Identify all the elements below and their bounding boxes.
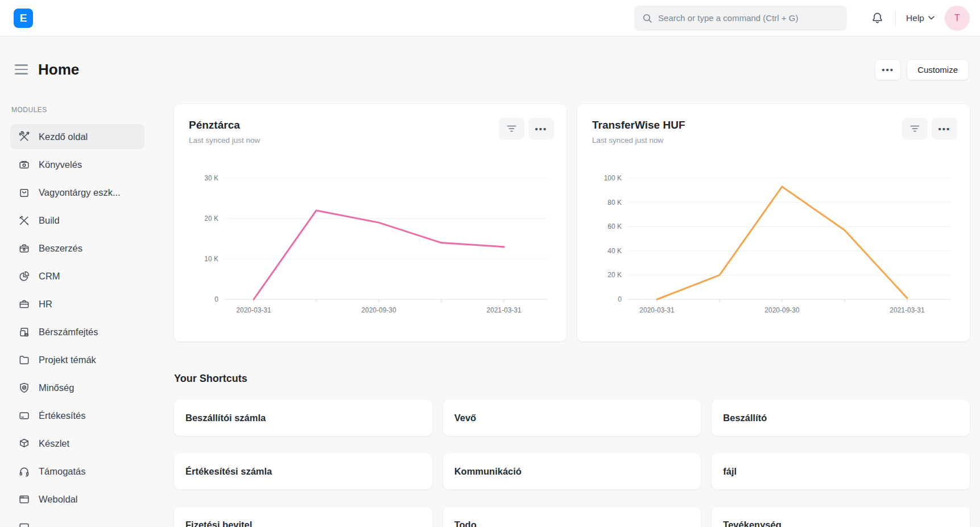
shortcut-label: Beszállítói számla xyxy=(185,413,266,423)
sidebar-item-label: Könyvelés xyxy=(39,159,82,170)
navbar-divider xyxy=(895,10,896,26)
shortcut-label: Tevékenység xyxy=(723,520,781,527)
sidebar-item-label: Weboldal xyxy=(39,494,78,505)
help-menu[interactable]: Help xyxy=(906,13,934,23)
svg-text:60 K: 60 K xyxy=(607,223,622,230)
pie-chart-icon xyxy=(18,270,30,282)
sidebar-item-ertekesites[interactable]: Értékesítés xyxy=(10,403,144,428)
hammer-icon xyxy=(18,215,30,227)
chart-more-button[interactable]: ••• xyxy=(528,118,554,139)
credit-card-icon xyxy=(18,410,30,422)
sidebar-item-projekt-temak[interactable]: Projekt témák xyxy=(10,347,144,372)
clipped-icon xyxy=(18,521,30,527)
page-more-button[interactable]: ••• xyxy=(875,59,901,80)
sidebar-item-crm[interactable]: CRM xyxy=(10,264,144,289)
shortcut-ertekesitesi-szamla[interactable]: Értékesítési számla xyxy=(174,453,432,489)
tools-icon xyxy=(18,131,30,143)
sidebar-toggle-icon[interactable] xyxy=(14,62,29,77)
sidebar-item-label: Készlet xyxy=(39,438,69,449)
shortcut-label: Kommunikáció xyxy=(454,466,522,477)
shortcut-beszallitoi-szamla[interactable]: Beszállítói számla xyxy=(174,400,432,436)
sidebar-item-konyveles[interactable]: Könyvelés xyxy=(10,152,144,177)
cashbox-icon xyxy=(18,159,30,171)
chart-filter-button[interactable] xyxy=(902,118,928,139)
sidebar-item-label: Minőség xyxy=(39,382,74,393)
svg-text:20 K: 20 K xyxy=(607,271,622,279)
chart-filter-button[interactable] xyxy=(499,118,524,139)
sidebar-item-weboldal[interactable]: Weboldal xyxy=(10,487,144,512)
svg-text:2021-03-31: 2021-03-31 xyxy=(486,306,522,314)
sidebar-item-label: Build xyxy=(39,215,60,226)
svg-text:0: 0 xyxy=(214,295,218,303)
payroll-icon xyxy=(18,326,30,338)
global-search[interactable] xyxy=(634,6,847,31)
ellipsis-icon: ••• xyxy=(882,65,894,74)
svg-text:2020-09-30: 2020-09-30 xyxy=(361,306,396,314)
filter-icon xyxy=(507,125,516,132)
transferwise-line-chart: 020 K40 K60 K80 K100 K2020-03-312020-09-… xyxy=(577,153,970,319)
chevron-down-icon xyxy=(928,16,934,20)
briefcase-icon xyxy=(18,298,30,310)
shortcut-beszallito[interactable]: Beszállító xyxy=(712,400,970,436)
sidebar-item-berszamfejtes[interactable]: Bérszámfejtés xyxy=(10,319,144,344)
svg-text:0: 0 xyxy=(618,295,622,303)
svg-text:20 K: 20 K xyxy=(204,215,218,223)
svg-text:2020-03-31: 2020-03-31 xyxy=(236,306,271,314)
filter-icon xyxy=(910,125,920,132)
chart-card-penztarca: Pénztárca Last synced just now ••• 010 K… xyxy=(174,104,567,341)
shortcut-label: Todo xyxy=(454,520,477,527)
sidebar-item-label: Beszerzés xyxy=(39,243,82,254)
sidebar-item-label: Projekt témák xyxy=(39,355,96,365)
sidebar-item-keszlet[interactable]: Készlet xyxy=(10,431,144,456)
shortcut-kommunikacio[interactable]: Kommunikáció xyxy=(443,453,701,489)
shortcut-label: fájl xyxy=(723,466,737,477)
shortcut-fizetesi-bevitel[interactable]: Fizetési bevitel xyxy=(174,507,432,527)
customize-button[interactable]: Customize xyxy=(907,59,969,80)
shortcuts-heading: Your Shortcuts xyxy=(174,373,970,385)
sidebar-item-label: HR xyxy=(39,299,52,310)
sidebar-item-label: Vagyontárgy eszk... xyxy=(39,187,121,198)
sidebar-item-label: Bérszámfejtés xyxy=(39,327,98,337)
sidebar-item-label: Támogatás xyxy=(39,466,86,477)
notifications-button[interactable] xyxy=(871,11,884,24)
svg-text:2020-03-31: 2020-03-31 xyxy=(639,306,675,314)
sidebar-item-label: Kezdő oldal xyxy=(39,131,88,142)
user-avatar[interactable]: T xyxy=(945,6,970,31)
app-logo[interactable]: E xyxy=(14,9,33,28)
chart-more-button[interactable]: ••• xyxy=(932,118,957,139)
shortcut-todo[interactable]: Todo xyxy=(443,507,701,527)
box-icon xyxy=(18,438,30,450)
svg-text:2020-09-30: 2020-09-30 xyxy=(764,306,800,314)
workspace-content: Pénztárca Last synced just now ••• 010 K… xyxy=(154,85,980,527)
sidebar-item-label: CRM xyxy=(39,271,60,282)
shortcut-label: Vevő xyxy=(454,413,477,423)
shortcut-vevo[interactable]: Vevő xyxy=(443,400,701,436)
sidebar-item-label: Értékesítés xyxy=(39,410,86,421)
page-header: Home ••• Customize xyxy=(0,36,980,85)
penztarca-line-chart: 010 K20 K30 K2020-03-312020-09-302021-03… xyxy=(174,153,567,319)
top-navbar: E Help T xyxy=(0,0,980,36)
sidebar-item-kezdo-oldal[interactable]: Kezdő oldal xyxy=(10,124,144,149)
svg-text:10 K: 10 K xyxy=(204,255,218,263)
folder-icon xyxy=(18,354,30,366)
chart-card-transferwise-huf: TransferWise HUF Last synced just now ••… xyxy=(577,104,970,341)
svg-text:40 K: 40 K xyxy=(607,247,622,255)
svg-text:30 K: 30 K xyxy=(204,174,218,182)
modules-section-label: MODULES xyxy=(10,106,144,114)
search-input[interactable] xyxy=(658,13,839,23)
toolbox-icon xyxy=(18,242,30,254)
sidebar-item-build[interactable]: Build xyxy=(10,208,144,233)
sidebar-item-beszerzes[interactable]: Beszerzés xyxy=(10,236,144,261)
svg-text:2021-03-31: 2021-03-31 xyxy=(890,306,925,314)
sidebar-item-vagyontargy[interactable]: Vagyontárgy eszk... xyxy=(10,180,144,205)
ellipsis-icon: ••• xyxy=(938,125,951,133)
sidebar-item-tamogatas[interactable]: Támogatás xyxy=(10,459,144,484)
sidebar-item-clipped[interactable] xyxy=(10,514,144,527)
shield-check-icon xyxy=(18,382,30,394)
shortcut-tevekenyseg[interactable]: Tevékenység xyxy=(712,507,970,527)
sidebar-item-minoseg[interactable]: Minőség xyxy=(10,375,144,400)
sidebar-item-hr[interactable]: HR xyxy=(10,291,144,316)
bell-icon xyxy=(871,11,884,24)
svg-text:80 K: 80 K xyxy=(607,199,622,207)
shortcut-fajl[interactable]: fájl xyxy=(712,453,970,489)
